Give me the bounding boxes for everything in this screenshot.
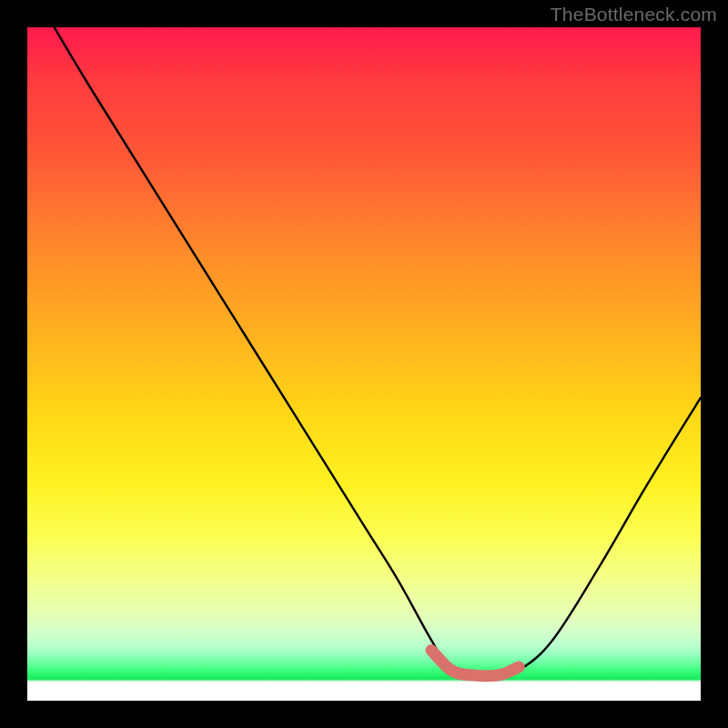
watermark-text: TheBottleneck.com: [551, 4, 717, 25]
plot-area: [27, 27, 701, 701]
bottleneck-curve-path: [55, 27, 701, 678]
curve-svg: [27, 27, 701, 701]
chart-frame: TheBottleneck.com: [0, 0, 728, 728]
trough-highlight-path: [431, 651, 519, 676]
